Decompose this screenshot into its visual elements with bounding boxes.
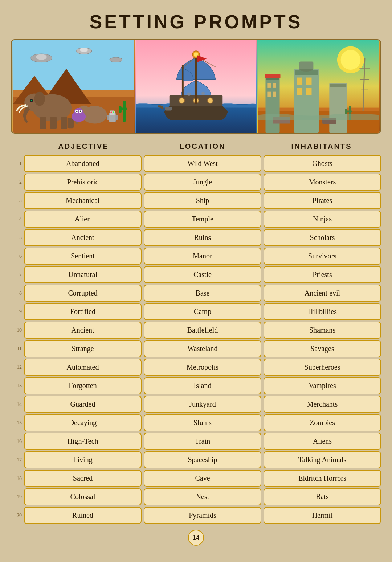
cell-location: Temple bbox=[144, 211, 261, 228]
table-row: 9FortifiedCampHillbillies bbox=[11, 303, 381, 320]
table-row: 11StrangeWastelandSavages bbox=[11, 340, 381, 357]
svg-point-8 bbox=[80, 48, 88, 52]
svg-rect-61 bbox=[273, 83, 276, 88]
row-number: 3 bbox=[11, 198, 22, 204]
cell-location: Pyramids bbox=[144, 507, 261, 524]
svg-rect-70 bbox=[306, 88, 312, 95]
row-cells: AlienTempleNinjas bbox=[24, 211, 381, 228]
svg-rect-16 bbox=[50, 117, 57, 129]
row-number: 16 bbox=[11, 439, 22, 444]
row-number: 14 bbox=[11, 402, 22, 407]
table-row: 4AlienTempleNinjas bbox=[11, 211, 381, 228]
table-row: 12AutomatedMetropolisSuperheroes bbox=[11, 359, 381, 376]
svg-point-43 bbox=[207, 98, 213, 103]
cell-adjective: Alien bbox=[24, 211, 142, 228]
cell-inhabitants: Eldritch Horrors bbox=[264, 470, 381, 487]
cell-adjective: High-Tech bbox=[24, 433, 142, 450]
svg-rect-45 bbox=[195, 54, 197, 104]
row-number: 15 bbox=[11, 420, 22, 426]
svg-rect-83 bbox=[345, 109, 347, 114]
row-number: 4 bbox=[11, 216, 22, 222]
cell-adjective: Guarded bbox=[24, 396, 142, 413]
cell-location: Junkyard bbox=[144, 396, 261, 413]
row-number: 5 bbox=[11, 235, 22, 241]
cell-inhabitants: Ninjas bbox=[264, 211, 381, 228]
svg-point-51 bbox=[187, 93, 191, 96]
table-row: 6SentientManorSurvivors bbox=[11, 248, 381, 265]
cell-inhabitants: Aliens bbox=[264, 433, 381, 450]
svg-rect-44 bbox=[165, 107, 172, 111]
svg-rect-17 bbox=[61, 117, 68, 129]
row-cells: RuinedPyramidsHermit bbox=[24, 507, 381, 524]
cell-location: Island bbox=[144, 377, 261, 394]
cell-inhabitants: Survivors bbox=[264, 248, 381, 265]
row-cells: High-TechTrainAliens bbox=[24, 433, 381, 450]
cell-location: Ruins bbox=[144, 229, 261, 246]
svg-rect-35 bbox=[123, 101, 126, 122]
row-number: 1 bbox=[11, 161, 22, 167]
cell-adjective: Ancient bbox=[24, 229, 142, 246]
svg-rect-37 bbox=[119, 106, 122, 113]
svg-rect-68 bbox=[306, 78, 312, 85]
row-cells: UnnaturalCastlePriests bbox=[24, 266, 381, 283]
table-row: 2PrehistoricJungleMonsters bbox=[11, 174, 381, 191]
row-cells: AbandonedWild WestGhosts bbox=[24, 155, 381, 172]
cell-adjective: Ruined bbox=[24, 507, 142, 524]
row-number: 19 bbox=[11, 494, 22, 500]
cell-inhabitants: Talking Animals bbox=[264, 451, 381, 468]
cell-inhabitants: Ghosts bbox=[264, 155, 381, 172]
cell-location: Slums bbox=[144, 414, 261, 431]
cell-location: Nest bbox=[144, 488, 261, 505]
svg-point-52 bbox=[201, 92, 205, 95]
svg-point-55 bbox=[341, 50, 361, 70]
svg-rect-69 bbox=[297, 88, 302, 95]
cell-adjective: Decaying bbox=[24, 414, 142, 431]
svg-point-14 bbox=[31, 100, 32, 101]
cell-inhabitants: Priests bbox=[264, 266, 381, 283]
svg-rect-60 bbox=[267, 83, 271, 88]
table-row: 17LivingSpaceshipTalking Animals bbox=[11, 451, 381, 468]
row-cells: SentientManorSurvivors bbox=[24, 248, 381, 265]
hero-panel-3 bbox=[257, 40, 380, 133]
cell-location: Battlefield bbox=[144, 322, 261, 339]
table-row: 7UnnaturalCastlePriests bbox=[11, 266, 381, 283]
cell-inhabitants: Hillbillies bbox=[264, 303, 381, 320]
row-number: 17 bbox=[11, 457, 22, 463]
svg-rect-46 bbox=[182, 65, 184, 97]
row-cells: AutomatedMetropolisSuperheroes bbox=[24, 359, 381, 376]
cell-inhabitants: Pirates bbox=[264, 192, 381, 209]
row-cells: CorruptedBaseAncient evil bbox=[24, 285, 381, 302]
row-number: 7 bbox=[11, 272, 22, 278]
cell-inhabitants: Bats bbox=[264, 488, 381, 505]
svg-point-9 bbox=[110, 57, 122, 62]
svg-rect-73 bbox=[329, 83, 347, 133]
row-cells: LivingSpaceshipTalking Animals bbox=[24, 451, 381, 468]
cell-inhabitants: Savages bbox=[264, 340, 381, 357]
row-number: 2 bbox=[11, 179, 22, 185]
cell-adjective: Corrupted bbox=[24, 285, 142, 302]
cell-adjective: Ancient bbox=[24, 322, 142, 339]
cell-location: Spaceship bbox=[144, 451, 261, 468]
cell-inhabitants: Scholars bbox=[264, 229, 381, 246]
row-cells: AncientBattlefieldShamans bbox=[24, 322, 381, 339]
svg-point-12 bbox=[34, 92, 45, 106]
svg-point-34 bbox=[80, 110, 81, 112]
row-cells: AncientRuinsScholars bbox=[24, 229, 381, 246]
row-cells: ColossalNestBats bbox=[24, 488, 381, 505]
svg-rect-27 bbox=[107, 115, 109, 120]
cell-adjective: Sentient bbox=[24, 248, 142, 265]
cell-location: Base bbox=[144, 285, 261, 302]
row-cells: MechanicalShipPirates bbox=[24, 192, 381, 209]
cell-location: Jungle bbox=[144, 174, 261, 191]
cell-location: Camp bbox=[144, 303, 261, 320]
table-row: 5AncientRuinsScholars bbox=[11, 229, 381, 246]
row-cells: DecayingSlumsZombies bbox=[24, 414, 381, 431]
table-row: 13ForgottenIslandVampires bbox=[11, 377, 381, 394]
cell-location: Train bbox=[144, 433, 261, 450]
cell-adjective: Forgotten bbox=[24, 377, 142, 394]
row-number: 11 bbox=[11, 346, 22, 352]
svg-rect-63 bbox=[273, 92, 276, 97]
cell-location: Wild West bbox=[144, 155, 261, 172]
row-cells: GuardedJunkyardMerchants bbox=[24, 396, 381, 413]
page-footer: 14 bbox=[11, 530, 381, 546]
